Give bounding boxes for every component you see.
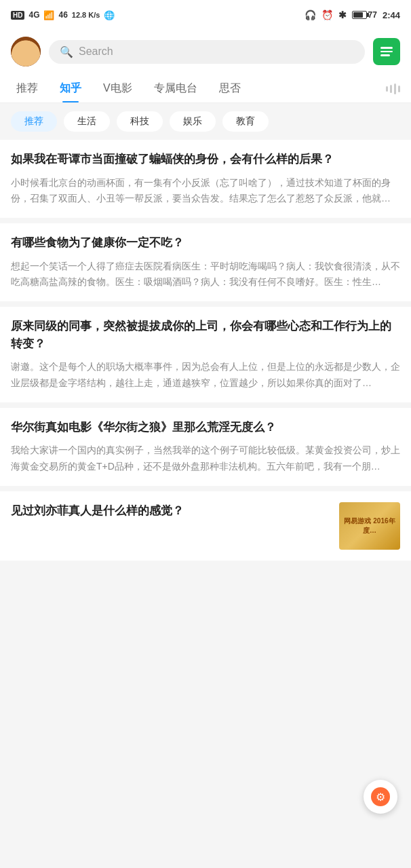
card-5-image: 网易游戏 2016年度… [339,502,400,550]
alarm-icon: ⏰ [321,10,333,20]
menu-button[interactable] [373,38,400,65]
card-1-body: 小时候看北京台的动画杯面，有一集有个小反派（忘了叫啥了），通过技术知道了杯面的身… [11,175,400,208]
card-1-title: 如果我在哥谭市当面撞破了蝙蝠侠的身份，会有什么样的后果？ [11,151,400,168]
search-placeholder: Search [79,45,113,58]
card-2-title: 有哪些食物为了健康你一定不吃？ [11,234,400,252]
card-4[interactable]: 华尔街真如电影《华尔街之狼》里那么荒淫无度么？ 我给大家讲一个国内的真实例子，当… [0,408,411,486]
tab-vmovie[interactable]: V电影 [92,75,143,102]
card-4-title: 华尔街真如电影《华尔街之狼》里那么荒淫无度么？ [11,419,400,436]
card-3-body: 谢邀。这个是每个人的职场大概率事件，因为总会有人上位，但是上位的永远都是少数人，… [11,359,400,392]
search-bar[interactable]: 🔍 Search [49,40,365,64]
status-right: 🎧 ⏰ ✱ 77 2:44 [305,10,400,20]
card-5-image-text: 网易游戏 2016年度… [339,502,400,550]
avatar[interactable] [11,37,41,67]
network-speed: 12.8 K/s [72,11,100,19]
card-4-body: 我给大家讲一个国内的真实例子，当然我举的这个例子可能比较低级。某黄金投资公司，炒… [11,442,400,475]
tab-sifou[interactable]: 思否 [208,75,252,102]
filter-life[interactable]: 生活 [64,111,110,132]
menu-icon [380,47,393,56]
card-3[interactable]: 原来同级的同事，突然被提拔成你的上司，你会有哪些心态和工作行为上的转变？ 谢邀。… [0,307,411,402]
search-icon: 🔍 [60,45,73,58]
headphones-icon: 🎧 [305,10,316,20]
tab-radio[interactable]: 专属电台 [143,75,208,102]
vpn-icon: 🌐 [104,10,115,20]
status-bar: HD 4G 📶 46 12.8 K/s 🌐 🎧 ⏰ ✱ 77 2:44 [0,0,411,30]
bluetooth-icon: ✱ [338,10,347,20]
card-2[interactable]: 有哪些食物为了健康你一定不吃？ 想起一个笑话一个人得了癌症去医院看病医生：平时胡… [0,223,411,301]
status-left: HD 4G 📶 46 12.8 K/s 🌐 [11,10,115,20]
signal-bars: 📶 [43,10,54,20]
card-1[interactable]: 如果我在哥谭市当面撞破了蝙蝠侠的身份，会有什么样的后果？ 小时候看北京台的动画杯… [0,140,411,218]
time-display: 2:44 [383,10,400,20]
card-5[interactable]: 见过刘亦菲真人是什么样的感觉？ 网易游戏 2016年度… [0,491,411,561]
filter-row: 推荐 生活 科技 娱乐 教育 [0,103,411,140]
card-3-title: 原来同级的同事，突然被提拔成你的上司，你会有哪些心态和工作行为上的转变？ [11,318,400,352]
battery-percent: 77 [368,10,377,20]
network-46: 46 [58,10,67,20]
header: 🔍 Search [0,30,411,75]
card-5-title: 见过刘亦菲真人是什么样的感觉？ [11,502,331,520]
tab-zhihu[interactable]: 知乎 [49,75,92,102]
network-4g: 4G [28,10,39,20]
battery-indicator: 77 [352,10,377,20]
nav-tabs: 推荐 知乎 V电影 专属电台 思否 [0,75,411,103]
bars-icon [380,83,406,94]
tab-recommend[interactable]: 推荐 [5,75,49,102]
filter-tech[interactable]: 科技 [117,111,163,132]
filter-recommend[interactable]: 推荐 [11,111,57,132]
filter-entertainment[interactable]: 娱乐 [170,111,216,132]
filter-education[interactable]: 教育 [222,111,269,132]
hd-badge: HD [11,11,24,20]
card-2-body: 想起一个笑话一个人得了癌症去医院看病医生：平时胡吃海喝吗？病人：我饮食很清淡，从… [11,259,400,291]
